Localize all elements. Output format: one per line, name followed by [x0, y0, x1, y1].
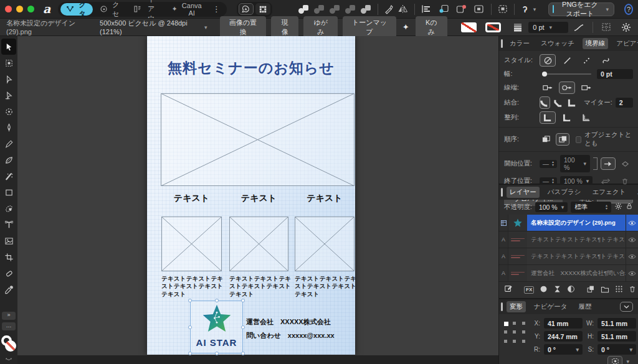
- selection-brush-tool[interactable]: [1, 103, 16, 119]
- assistant-dropdown-chevron[interactable]: ▾: [533, 6, 536, 12]
- color-picker-tool[interactable]: [1, 281, 16, 297]
- document-page[interactable]: 無料セミナーのお知らせ テキスト テキスト テキスト テキストテキストテキストテ…: [147, 36, 355, 355]
- lock-layer-icon[interactable]: [626, 202, 633, 213]
- layer-effects-button[interactable]: FX: [524, 286, 534, 294]
- color-wells[interactable]: [1, 335, 16, 352]
- tab-path-brushes[interactable]: パスブラシ: [545, 187, 584, 198]
- anchor-point-selector[interactable]: [504, 322, 528, 345]
- align-inside-button[interactable]: [559, 111, 575, 124]
- tone-map-button[interactable]: トーンマップ: [343, 16, 396, 39]
- join-bevel-button[interactable]: [553, 96, 564, 109]
- cap-round-button[interactable]: [559, 82, 575, 94]
- tab-color[interactable]: カラー: [507, 38, 533, 49]
- layer-row-text-2[interactable]: A テキストテキストテキス¶トテキストテキ…: [499, 248, 638, 265]
- tab-swatches[interactable]: スウォッチ: [538, 38, 578, 49]
- tab-layers[interactable]: レイヤー: [507, 187, 540, 198]
- image-placeholder-small[interactable]: [295, 217, 355, 271]
- tab-appearance[interactable]: アピアランス: [613, 38, 638, 49]
- stroke-width-slider[interactable]: [542, 73, 591, 75]
- auto-enhance-icon[interactable]: ✦: [402, 22, 409, 32]
- stroke-width-field[interactable]: 0 pt ▾: [528, 22, 568, 33]
- rotation-field[interactable]: 0 °▾: [544, 344, 583, 355]
- fill-color-swatch[interactable]: [461, 22, 477, 32]
- panel-menu-button[interactable]: [620, 302, 633, 312]
- artistic-text-tool[interactable]: [1, 217, 16, 233]
- transform-mode-button[interactable]: [607, 356, 622, 364]
- boolean-divide-icon[interactable]: [361, 5, 371, 14]
- contour-tool[interactable]: [1, 87, 16, 103]
- align-center-button[interactable]: [540, 111, 556, 124]
- minimize-window-button[interactable]: [16, 6, 23, 12]
- pen-tool[interactable]: [1, 119, 16, 136]
- edit-all-layers-icon[interactable]: [504, 284, 513, 296]
- zoom-window-button[interactable]: [27, 6, 34, 12]
- slider-knob[interactable]: [542, 72, 547, 77]
- place-image-tool[interactable]: [1, 233, 16, 249]
- cap-square-button[interactable]: [578, 82, 594, 94]
- stroke-style-dashed-button[interactable]: [578, 54, 594, 67]
- order-front-button[interactable]: [540, 133, 553, 146]
- layer-visibility-toggle[interactable]: [626, 248, 638, 264]
- text-placeholder-label[interactable]: テキスト: [229, 193, 288, 204]
- export-dropdown-chevron[interactable]: ▾: [606, 6, 609, 12]
- assistant-button[interactable]: ʔ: [521, 3, 530, 16]
- selection-handle[interactable]: [215, 299, 219, 302]
- order-back-button[interactable]: [556, 133, 569, 146]
- node-tool[interactable]: [1, 71, 16, 87]
- tab-styles[interactable]: スタイル: [634, 187, 638, 198]
- w-field[interactable]: 51.1 mm: [598, 318, 636, 329]
- document-dimensions-dropdown[interactable]: 500x500 ピクセル @ 248dpi (121%) ▾: [100, 19, 207, 35]
- export-png-button[interactable]: PNGをエクスポート ▾: [548, 2, 614, 16]
- more-tools-button[interactable]: …: [2, 322, 16, 330]
- live-filter-button[interactable]: [567, 284, 575, 296]
- image-placeholder-small[interactable]: [229, 217, 288, 271]
- stroke-style-none-button[interactable]: [540, 54, 556, 67]
- join-round-button[interactable]: [540, 96, 550, 109]
- new-pattern-layer-button[interactable]: [615, 284, 623, 296]
- transform-mode-chevron[interactable]: ▾: [626, 358, 629, 364]
- image-placeholder-large[interactable]: [161, 93, 355, 186]
- insert-behind-icon[interactable]: [437, 3, 450, 16]
- rectangle-tool[interactable]: [1, 184, 16, 200]
- x-field[interactable]: 41 mm: [544, 318, 583, 329]
- swap-colors-icon[interactable]: [5, 353, 12, 364]
- persona-tab-layout[interactable]: レイアウト: [128, 3, 164, 16]
- delete-layer-button[interactable]: [629, 284, 636, 296]
- replace-image-button[interactable]: 画像の置換: [220, 16, 267, 39]
- selection-handle[interactable]: [188, 325, 192, 329]
- image-placeholder-small[interactable]: [161, 217, 222, 271]
- selected-logo-object[interactable]: AI STAR: [190, 301, 243, 353]
- persona-tab-vector[interactable]: ベクター: [60, 3, 93, 16]
- with-object-checkbox[interactable]: [576, 136, 581, 143]
- tab-navigator[interactable]: ナビゲータ: [531, 301, 570, 312]
- layer-visibility-toggle[interactable]: [626, 265, 638, 281]
- selection-handle[interactable]: [241, 299, 245, 302]
- layer-visibility-toggle[interactable]: [626, 231, 638, 248]
- develop-button[interactable]: 現像: [271, 16, 298, 39]
- alignment-icon[interactable]: [421, 3, 431, 16]
- company-info-text[interactable]: 運営会社 XXXXX株式会社 問い合わせ xxxxx@xxx.xx: [246, 315, 335, 342]
- insert-inside-icon[interactable]: [472, 3, 485, 16]
- stroke-color-swatch[interactable]: [485, 22, 501, 32]
- selection-handle[interactable]: [241, 325, 245, 329]
- flip-horizontal-icon[interactable]: [398, 3, 408, 16]
- arrowhead-end-button[interactable]: [619, 157, 633, 170]
- dashed-grid-icon[interactable]: [600, 21, 611, 34]
- h-field[interactable]: 51.1 mm: [598, 331, 636, 342]
- tab-stroke[interactable]: 境界線: [583, 38, 609, 49]
- flood-select-tool[interactable]: [1, 200, 16, 217]
- blend-mode-dropdown[interactable]: 標準▴▾: [571, 202, 611, 213]
- pressure-curve-icon[interactable]: [573, 21, 584, 34]
- stroke-style-solid-button[interactable]: [559, 54, 575, 67]
- layer-row-text-1[interactable]: A テキストテキストテキス¶トテキストテキ…: [499, 231, 638, 248]
- vector-brush-tool[interactable]: [1, 152, 16, 168]
- grid-options-button[interactable]: [255, 3, 270, 15]
- stroke-width-value-field[interactable]: 0 pt: [597, 69, 633, 79]
- persona-tab-canva-ai[interactable]: ✦ Canva AI: [165, 3, 207, 16]
- start-line-style-stepper[interactable]: —▴▾: [540, 160, 557, 168]
- layer-settings-gear-icon[interactable]: [614, 202, 622, 213]
- paint-brush-tool[interactable]: [1, 168, 16, 184]
- opacity-field[interactable]: 100 %▾: [535, 202, 568, 212]
- layer-row-company-text[interactable]: A 運営会社 XXXXX株式会社¶問い合わせ…: [499, 265, 638, 282]
- pencil-tool[interactable]: [1, 136, 16, 152]
